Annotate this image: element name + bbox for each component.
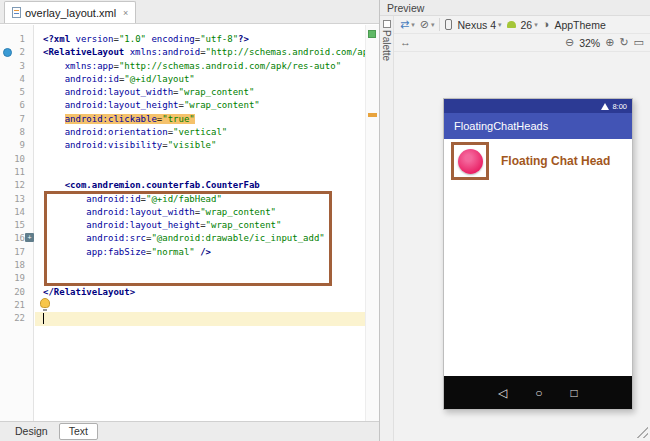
editor-mode-tabs: Design Text [0, 421, 379, 441]
preview-header: Preview [380, 0, 650, 16]
editor-gutter: 12345678910111213141516171819202122 + [0, 25, 34, 421]
resize-grip[interactable] [634, 424, 648, 438]
code-line[interactable]: android:layout_width="wrap_content" [35, 206, 365, 219]
code-lines: <?xml version="1.0" encoding="utf-8"?><R… [35, 25, 365, 326]
tab-design[interactable]: Design [6, 424, 57, 439]
code-line[interactable]: android:layout_width="wrap_content" [35, 86, 365, 99]
fab-button[interactable] [458, 149, 483, 174]
line-number: 7 [0, 113, 25, 126]
code-line[interactable]: android:src="@android:drawable/ic_input_… [35, 232, 365, 245]
device-icon [445, 19, 452, 30]
line-number: 1 [0, 33, 25, 46]
code-line[interactable]: </RelativeLayout> [35, 286, 365, 299]
zoom-level[interactable]: 32% [579, 37, 600, 49]
code-line[interactable] [35, 299, 365, 312]
code-line[interactable]: android:id="@+id/fabHead" [35, 193, 365, 206]
code-line[interactable]: android:layout_height="wrap_content" [35, 219, 365, 232]
line-number: 15 [0, 219, 25, 232]
error-stripe[interactable] [365, 25, 379, 421]
preview-config-toolbar: ⇄ ▾ ⊘ ▾ Nexus 4 ▾ 26 ▾ ◑ AppTheme [394, 16, 650, 34]
code-line[interactable] [35, 153, 365, 166]
device-app-bar: FloatingChatHeads [444, 113, 632, 139]
theme-selector[interactable]: AppTheme [554, 19, 605, 31]
toolbar-separator [439, 18, 440, 31]
line-number: 8 [0, 126, 25, 139]
code-line[interactable] [35, 272, 365, 285]
chevron-down-icon[interactable]: ▾ [498, 21, 502, 29]
content-text[interactable]: Floating Chat Head [501, 154, 610, 168]
editor-pane: overlay_layout.xml × 1234567891011121314… [0, 0, 379, 441]
zoom-fit-icon[interactable]: ▭ [634, 37, 644, 48]
line-number: 10 [0, 153, 25, 166]
refresh-icon[interactable]: ↻ [619, 37, 628, 48]
line-number: 11 [0, 166, 25, 179]
code-line[interactable]: <com.andremion.counterfab.CounterFab [35, 179, 365, 192]
device-nav-bar: ◁ ○ □ [444, 376, 632, 409]
line-number: 9 [0, 139, 25, 152]
code-line[interactable]: android:orientation="vertical" [35, 126, 365, 139]
code-editor[interactable]: 12345678910111213141516171819202122 + <?… [0, 25, 379, 421]
close-icon[interactable]: × [123, 8, 128, 18]
status-time: 8:00 [612, 102, 627, 111]
palette-tool-button[interactable]: Palette [380, 16, 394, 441]
code-line[interactable] [35, 166, 365, 179]
device-selector[interactable]: Nexus 4 [457, 19, 496, 31]
line-number: 14 [0, 206, 25, 219]
device-status-bar: 8:00 [444, 99, 632, 113]
orientation-icon[interactable]: ⇄ [400, 19, 409, 30]
line-number: 16 [0, 232, 25, 245]
drawable-preview-gutter-icon[interactable]: + [25, 233, 34, 242]
line-number: 18 [0, 259, 25, 272]
line-number: 3 [0, 60, 25, 73]
preview-title: Preview [387, 2, 424, 14]
caret [43, 313, 44, 324]
code-line[interactable]: <RelativeLayout xmlns:android="http://sc… [35, 46, 365, 59]
line-number: 22 [0, 312, 25, 325]
pan-icon[interactable]: ↔ [400, 37, 411, 48]
line-number: 19 [0, 272, 25, 285]
code-line[interactable]: android:id="@+id/layout" [35, 73, 365, 86]
code-line[interactable]: android:visibility="visible" [35, 139, 365, 152]
code-line[interactable]: xmlns:app="http://schemas.android.com/ap… [35, 60, 365, 73]
layout-component-gutter-icon[interactable] [3, 48, 12, 57]
android-studio-window: overlay_layout.xml × 1234567891011121314… [0, 0, 650, 441]
line-number: 17 [0, 246, 25, 259]
gutter-numbers: 12345678910111213141516171819202122 [0, 25, 33, 326]
code-line[interactable]: <?xml version="1.0" encoding="utf-8"?> [35, 33, 365, 46]
line-number: 21 [0, 299, 25, 312]
palette-icon [383, 20, 391, 28]
code-line[interactable]: android:clickable="true" [35, 113, 365, 126]
theme-icon: ◑ [543, 19, 550, 30]
line-number: 13 [0, 193, 25, 206]
line-number: 20 [0, 286, 25, 299]
tab-overlay-layout-xml[interactable]: overlay_layout.xml × [4, 1, 136, 23]
occurrence-highlight: android:clickable="true" [65, 114, 195, 124]
chevron-down-icon[interactable]: ▾ [431, 21, 435, 29]
zoom-in-icon[interactable]: ⊕ [605, 37, 614, 48]
device-preview: 8:00 FloatingChatHeads Floating Chat Hea… [443, 98, 633, 410]
tab-text[interactable]: Text [59, 423, 98, 440]
api-selector[interactable]: 26 [521, 19, 533, 31]
nav-recent-icon: □ [571, 386, 578, 400]
palette-label: Palette [381, 30, 392, 61]
tab-label: overlay_layout.xml [25, 7, 116, 19]
occurrence-stripe-mark[interactable] [368, 113, 377, 117]
editor-tab-bar: overlay_layout.xml × [0, 0, 379, 24]
chevron-down-icon[interactable]: ▾ [534, 21, 538, 29]
zoom-out-icon[interactable]: ⊖ [565, 37, 574, 48]
chevron-down-icon[interactable]: ▾ [411, 21, 415, 29]
line-number: 5 [0, 86, 25, 99]
nav-back-icon: ◁ [498, 386, 507, 400]
android-api-icon [507, 21, 516, 28]
wifi-icon [601, 103, 609, 110]
code-line[interactable]: app:fabSize="normal" /> [35, 246, 365, 259]
code-line[interactable]: android:layout_height="wrap_content" [35, 99, 365, 112]
intention-bulb-icon[interactable] [40, 298, 50, 308]
app-title: FloatingChatHeads [454, 120, 548, 132]
preview-panel: Preview Palette ⇄ ▾ ⊘ ▾ Nexus 4 ▾ 26 ▾ ◑… [380, 0, 650, 441]
preview-zoom-toolbar: ↔ ⊖ 32% ⊕ ↻ ▭ [394, 34, 650, 52]
inspections-ok-icon[interactable] [368, 30, 376, 38]
ui-mode-icon[interactable]: ⊘ [420, 19, 429, 30]
code-line[interactable] [35, 312, 365, 325]
code-line[interactable] [35, 259, 365, 272]
